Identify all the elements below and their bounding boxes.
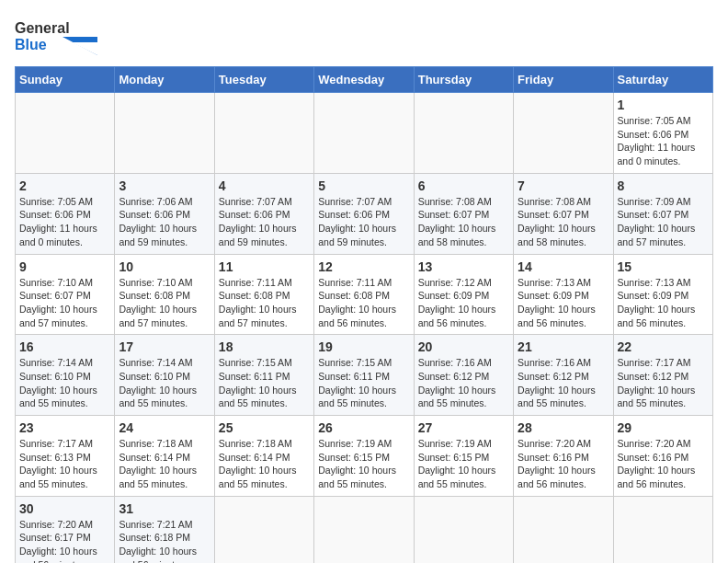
calendar-cell [414, 496, 513, 563]
day-number: 22 [618, 339, 709, 354]
day-number: 11 [219, 259, 310, 274]
calendar-cell: 13 Sunrise: 7:12 AM Sunset: 6:09 PM Dayl… [414, 254, 513, 335]
calendar-cell: 2 Sunrise: 7:05 AM Sunset: 6:06 PM Dayli… [16, 173, 115, 254]
sunrise-label: Sunrise: 7:21 AM [119, 519, 192, 530]
daylight-label: Daylight: 10 hours and 59 minutes. [318, 223, 396, 247]
daylight-label: Daylight: 10 hours and 55 minutes. [318, 385, 396, 409]
day-info: Sunrise: 7:21 AM Sunset: 6:18 PM Dayligh… [119, 518, 210, 563]
day-number: 7 [518, 178, 609, 193]
sunrise-label: Sunrise: 7:18 AM [219, 438, 292, 449]
calendar-cell: 21 Sunrise: 7:16 AM Sunset: 6:12 PM Dayl… [514, 335, 613, 416]
sunrise-label: Sunrise: 7:20 AM [19, 519, 93, 530]
day-info: Sunrise: 7:20 AM Sunset: 6:16 PM Dayligh… [618, 437, 709, 491]
day-info: Sunrise: 7:13 AM Sunset: 6:09 PM Dayligh… [618, 276, 709, 330]
sunrise-label: Sunrise: 7:16 AM [518, 357, 591, 368]
day-info: Sunrise: 7:14 AM Sunset: 6:10 PM Dayligh… [19, 356, 110, 410]
day-number: 25 [219, 420, 310, 435]
sunset-label: Sunset: 6:17 PM [19, 532, 91, 543]
day-number: 28 [518, 420, 609, 435]
day-info: Sunrise: 7:17 AM Sunset: 6:13 PM Dayligh… [19, 437, 110, 491]
day-number: 1 [618, 98, 709, 112]
day-info: Sunrise: 7:05 AM Sunset: 6:06 PM Dayligh… [618, 114, 709, 168]
daylight-label: Daylight: 10 hours and 55 minutes. [19, 385, 97, 409]
day-number: 30 [19, 501, 110, 516]
day-number: 6 [418, 178, 509, 193]
day-header-thursday: Thursday [414, 67, 513, 93]
sunset-label: Sunset: 6:12 PM [518, 371, 589, 382]
calendar-cell [214, 496, 313, 563]
svg-marker-3 [72, 42, 97, 55]
sunset-label: Sunset: 6:08 PM [119, 290, 190, 301]
sunset-label: Sunset: 6:18 PM [119, 532, 190, 543]
day-info: Sunrise: 7:05 AM Sunset: 6:06 PM Dayligh… [19, 195, 110, 249]
sunset-label: Sunset: 6:06 PM [318, 209, 390, 220]
day-header-tuesday: Tuesday [214, 67, 313, 93]
daylight-label: Daylight: 10 hours and 58 minutes. [418, 223, 496, 247]
daylight-label: Daylight: 10 hours and 55 minutes. [219, 465, 297, 489]
sunset-label: Sunset: 6:11 PM [318, 371, 390, 382]
calendar-cell [214, 93, 313, 174]
sunrise-label: Sunrise: 7:09 AM [618, 196, 691, 207]
sunrise-label: Sunrise: 7:20 AM [518, 438, 591, 449]
daylight-label: Daylight: 10 hours and 57 minutes. [19, 304, 97, 328]
sunset-label: Sunset: 6:14 PM [219, 452, 290, 463]
calendar-cell [613, 496, 712, 563]
sunset-label: Sunset: 6:09 PM [518, 290, 589, 301]
day-info: Sunrise: 7:06 AM Sunset: 6:06 PM Dayligh… [119, 195, 210, 249]
daylight-label: Daylight: 10 hours and 57 minutes. [219, 304, 297, 328]
sunset-label: Sunset: 6:06 PM [618, 129, 689, 140]
day-info: Sunrise: 7:14 AM Sunset: 6:10 PM Dayligh… [119, 356, 210, 410]
sunrise-label: Sunrise: 7:10 AM [119, 277, 192, 288]
sunset-label: Sunset: 6:16 PM [518, 452, 589, 463]
day-info: Sunrise: 7:15 AM Sunset: 6:11 PM Dayligh… [219, 356, 310, 410]
sunset-label: Sunset: 6:07 PM [518, 209, 589, 220]
sunrise-label: Sunrise: 7:20 AM [618, 438, 691, 449]
day-number: 3 [119, 178, 210, 193]
calendar-cell: 22 Sunrise: 7:17 AM Sunset: 6:12 PM Dayl… [613, 335, 712, 416]
day-info: Sunrise: 7:18 AM Sunset: 6:14 PM Dayligh… [219, 437, 310, 491]
day-number: 9 [19, 259, 110, 274]
calendar-cell [514, 93, 613, 174]
sunset-label: Sunset: 6:10 PM [19, 371, 91, 382]
calendar-cell: 18 Sunrise: 7:15 AM Sunset: 6:11 PM Dayl… [214, 335, 313, 416]
calendar-cell: 28 Sunrise: 7:20 AM Sunset: 6:16 PM Dayl… [514, 416, 613, 497]
calendar-header-row: SundayMondayTuesdayWednesdayThursdayFrid… [16, 67, 713, 93]
calendar-cell: 27 Sunrise: 7:19 AM Sunset: 6:15 PM Dayl… [414, 416, 513, 497]
day-info: Sunrise: 7:08 AM Sunset: 6:07 PM Dayligh… [518, 195, 609, 249]
sunrise-label: Sunrise: 7:14 AM [19, 357, 93, 368]
daylight-label: Daylight: 10 hours and 57 minutes. [119, 304, 197, 328]
daylight-label: Daylight: 10 hours and 59 minutes. [219, 223, 297, 247]
day-number: 24 [119, 420, 210, 435]
sunset-label: Sunset: 6:13 PM [19, 452, 91, 463]
calendar-cell [414, 93, 513, 174]
day-header-friday: Friday [514, 67, 613, 93]
day-info: Sunrise: 7:20 AM Sunset: 6:17 PM Dayligh… [19, 518, 110, 563]
calendar-week-1: 1 Sunrise: 7:05 AM Sunset: 6:06 PM Dayli… [16, 93, 713, 174]
day-number: 4 [219, 178, 310, 193]
day-info: Sunrise: 7:11 AM Sunset: 6:08 PM Dayligh… [318, 276, 409, 330]
day-number: 19 [318, 339, 409, 354]
sunset-label: Sunset: 6:12 PM [418, 371, 490, 382]
calendar-body: 1 Sunrise: 7:05 AM Sunset: 6:06 PM Dayli… [16, 93, 713, 564]
sunrise-label: Sunrise: 7:13 AM [518, 277, 591, 288]
day-info: Sunrise: 7:20 AM Sunset: 6:16 PM Dayligh… [518, 437, 609, 491]
day-number: 29 [618, 420, 709, 435]
sunset-label: Sunset: 6:06 PM [119, 209, 190, 220]
day-header-monday: Monday [115, 67, 214, 93]
day-number: 2 [19, 178, 110, 193]
calendar-cell [115, 93, 214, 174]
calendar-cell: 24 Sunrise: 7:18 AM Sunset: 6:14 PM Dayl… [115, 416, 214, 497]
sunset-label: Sunset: 6:07 PM [418, 209, 490, 220]
calendar-week-2: 2 Sunrise: 7:05 AM Sunset: 6:06 PM Dayli… [16, 173, 713, 254]
sunset-label: Sunset: 6:07 PM [19, 290, 91, 301]
svg-text:Blue: Blue [15, 37, 47, 52]
calendar-cell: 29 Sunrise: 7:20 AM Sunset: 6:16 PM Dayl… [613, 416, 712, 497]
sunrise-label: Sunrise: 7:07 AM [219, 196, 292, 207]
page-header: General Blue [15, 15, 713, 59]
sunset-label: Sunset: 6:09 PM [618, 290, 689, 301]
day-number: 8 [618, 178, 709, 193]
sunset-label: Sunset: 6:14 PM [119, 452, 190, 463]
daylight-label: Daylight: 10 hours and 56 minutes. [119, 546, 197, 563]
day-info: Sunrise: 7:10 AM Sunset: 6:07 PM Dayligh… [19, 276, 110, 330]
daylight-label: Daylight: 10 hours and 56 minutes. [418, 304, 496, 328]
